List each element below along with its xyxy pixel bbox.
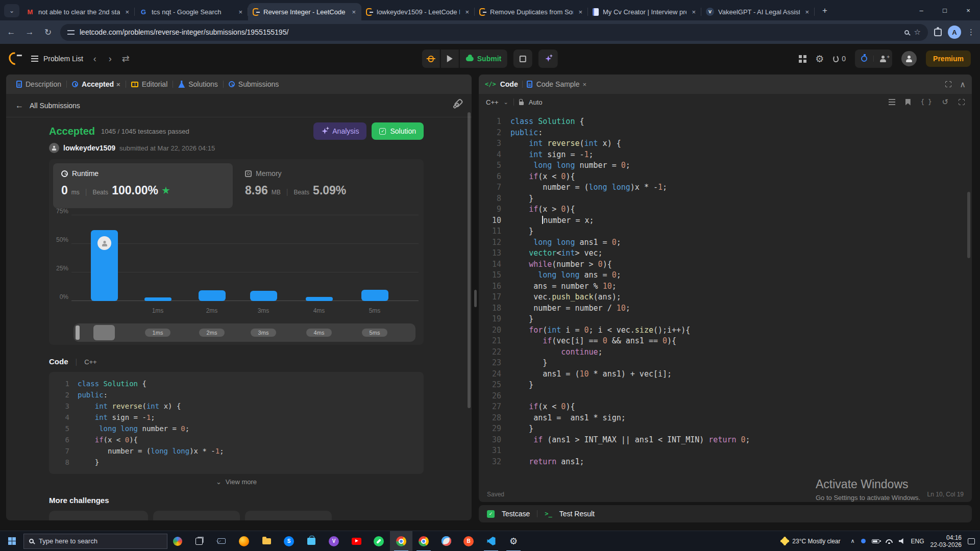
left-panel-scrollbar[interactable] bbox=[468, 112, 471, 408]
minimap-handle[interactable] bbox=[76, 325, 80, 340]
analysis-button[interactable]: Analysis bbox=[313, 122, 366, 140]
tab-close-icon[interactable]: × bbox=[351, 8, 357, 16]
taskbar-app-mail[interactable] bbox=[210, 531, 233, 551]
chart-bar-5ms[interactable] bbox=[361, 290, 388, 301]
braces-icon[interactable]: { } bbox=[921, 98, 932, 106]
runtime-stat-card[interactable]: Runtime 0 ms | Beats 100.00% bbox=[53, 163, 233, 208]
debug-button[interactable] bbox=[422, 49, 440, 68]
chart-bar-3ms[interactable] bbox=[250, 291, 277, 301]
memory-stat-card[interactable]: Memory 8.96 MB | Beats 5.09% bbox=[237, 163, 416, 208]
challenge-card[interactable] bbox=[245, 511, 332, 520]
layout-grid-icon[interactable] bbox=[799, 55, 802, 58]
chart-minimap[interactable]: 1ms2ms3ms4ms5ms bbox=[74, 323, 415, 342]
new-tab-button[interactable]: + bbox=[818, 4, 832, 18]
bookmark-icon[interactable] bbox=[905, 99, 911, 106]
forward-button[interactable]: → bbox=[23, 27, 36, 37]
taskbar-app-file-explorer[interactable] bbox=[255, 531, 278, 551]
browser-menu-icon[interactable]: ⋮ bbox=[967, 28, 975, 37]
solution-button[interactable]: ✓Solution bbox=[372, 122, 424, 140]
input-language[interactable]: ENG bbox=[911, 538, 924, 545]
challenge-card[interactable] bbox=[153, 511, 240, 520]
taskbar-app-vscode[interactable] bbox=[480, 531, 502, 551]
tab-close-icon[interactable]: × bbox=[577, 8, 583, 16]
expand-panel-icon[interactable] bbox=[945, 81, 951, 87]
editor-scrollbar[interactable] bbox=[967, 192, 970, 258]
user-avatar[interactable] bbox=[901, 51, 917, 66]
all-submissions-row[interactable]: ← All Submissions bbox=[6, 94, 472, 117]
submitter-username[interactable]: lowkeydev1509 bbox=[63, 144, 115, 152]
tab-close-icon[interactable]: × bbox=[464, 8, 470, 16]
notification-center-icon[interactable] bbox=[968, 538, 975, 544]
url-input[interactable]: leetcode.com/problems/reverse-integer/su… bbox=[80, 28, 899, 36]
timer-button[interactable] bbox=[855, 56, 873, 62]
back-arrow-icon[interactable]: ← bbox=[15, 101, 23, 110]
collapse-panel-icon[interactable]: ∧ bbox=[960, 80, 966, 89]
reload-button[interactable]: ↻ bbox=[42, 27, 54, 38]
browser-tab-cv[interactable]: My Cv Creator | Interview prepa× bbox=[588, 3, 701, 20]
close-icon[interactable]: × bbox=[583, 81, 587, 88]
taskbar-app-firefox[interactable] bbox=[233, 531, 255, 551]
taskbar-app-whatsapp[interactable] bbox=[368, 531, 390, 551]
tab-close-icon[interactable]: × bbox=[691, 8, 697, 16]
browser-tab-leetcode[interactable]: Remove Duplicates from Sorted× bbox=[475, 3, 588, 20]
tab-accepted[interactable]: Accepted× bbox=[67, 74, 126, 94]
submit-button[interactable]: Submit bbox=[460, 49, 507, 68]
browser-tab-vakeel[interactable]: VVakeelGPT - AI Legal Assistant× bbox=[701, 3, 815, 20]
tab-solutions[interactable]: Solutions bbox=[173, 74, 223, 94]
challenge-card[interactable] bbox=[49, 511, 148, 520]
tab-close-icon[interactable]: × bbox=[237, 8, 243, 16]
wifi-icon[interactable] bbox=[886, 539, 893, 543]
code-editor-area[interactable]: 1class Solution {2public:3 int reverse(i… bbox=[479, 110, 972, 467]
tab-close-icon[interactable]: × bbox=[124, 8, 130, 16]
chart-bar-1ms[interactable] bbox=[144, 297, 172, 301]
run-button[interactable] bbox=[441, 49, 459, 68]
taskbar-app-brave[interactable]: B bbox=[457, 531, 480, 551]
volume-icon[interactable] bbox=[899, 538, 905, 544]
taskbar-app-chrome-profile-2[interactable] bbox=[412, 531, 435, 551]
zoom-icon[interactable] bbox=[904, 30, 909, 35]
taskbar-search-input[interactable]: Type here to search bbox=[23, 534, 167, 549]
browser-profile-avatar[interactable]: A bbox=[948, 26, 961, 39]
taskbar-app-visual-studio[interactable]: V bbox=[323, 531, 345, 551]
tab-code[interactable]: Code bbox=[500, 80, 518, 88]
tab-search-button[interactable]: ⌄ bbox=[4, 4, 19, 17]
tab-description[interactable]: Description bbox=[11, 74, 66, 94]
window-close-button[interactable]: × bbox=[957, 0, 980, 20]
tab-code-sample[interactable]: Code Sample × bbox=[527, 80, 586, 88]
taskbar-app-paint[interactable] bbox=[435, 531, 457, 551]
window-minimize-button[interactable]: – bbox=[910, 0, 933, 20]
taskbar-app-store[interactable] bbox=[300, 531, 323, 551]
auto-label[interactable]: Auto bbox=[529, 98, 543, 106]
copy-link-icon[interactable] bbox=[453, 102, 459, 109]
streak-counter[interactable]: 0 bbox=[833, 55, 846, 63]
fullscreen-icon[interactable] bbox=[959, 99, 965, 105]
ai-assistant-button[interactable] bbox=[538, 49, 558, 68]
view-more-button[interactable]: ⌄ View more bbox=[49, 478, 424, 486]
chart-bar-2ms[interactable] bbox=[199, 290, 226, 301]
back-button[interactable]: ← bbox=[5, 27, 17, 37]
bookmark-star-icon[interactable]: ☆ bbox=[914, 28, 921, 37]
collaborate-button[interactable]: + bbox=[873, 56, 892, 62]
site-controls-icon[interactable] bbox=[67, 30, 75, 35]
gear-icon[interactable]: ⚙ bbox=[815, 53, 824, 65]
premium-button[interactable]: Premium bbox=[926, 51, 971, 67]
taskbar-app-chrome[interactable] bbox=[390, 531, 412, 551]
leetcode-logo-icon[interactable] bbox=[6, 50, 23, 68]
extensions-icon[interactable] bbox=[934, 29, 942, 36]
chart-bar-4ms[interactable] bbox=[306, 297, 333, 301]
language-selector[interactable]: C++ bbox=[486, 98, 499, 106]
notes-button[interactable] bbox=[513, 49, 532, 68]
weather-widget[interactable]: 23°C Mostly clear bbox=[777, 538, 844, 545]
browser-tab-google[interactable]: Gtcs nqt - Google Search× bbox=[135, 3, 248, 20]
battery-icon[interactable] bbox=[872, 539, 879, 543]
problem-list-label[interactable]: Problem List bbox=[43, 55, 83, 63]
browser-tab-leetcode[interactable]: lowkeydev1509 - LeetCode Prof× bbox=[361, 3, 475, 20]
tray-expand-icon[interactable]: ∧ bbox=[851, 538, 855, 544]
bluetooth-tray-icon[interactable] bbox=[861, 539, 866, 543]
search-highlights-button[interactable] bbox=[167, 531, 188, 551]
random-problem-button[interactable]: ⇄ bbox=[122, 53, 129, 64]
next-problem-button[interactable]: › bbox=[107, 54, 114, 64]
browser-tab-leetcode[interactable]: Reverse Integer - LeetCode× bbox=[248, 3, 361, 20]
panel-resize-handle[interactable] bbox=[474, 290, 477, 307]
reset-code-icon[interactable]: ↺ bbox=[942, 97, 948, 107]
